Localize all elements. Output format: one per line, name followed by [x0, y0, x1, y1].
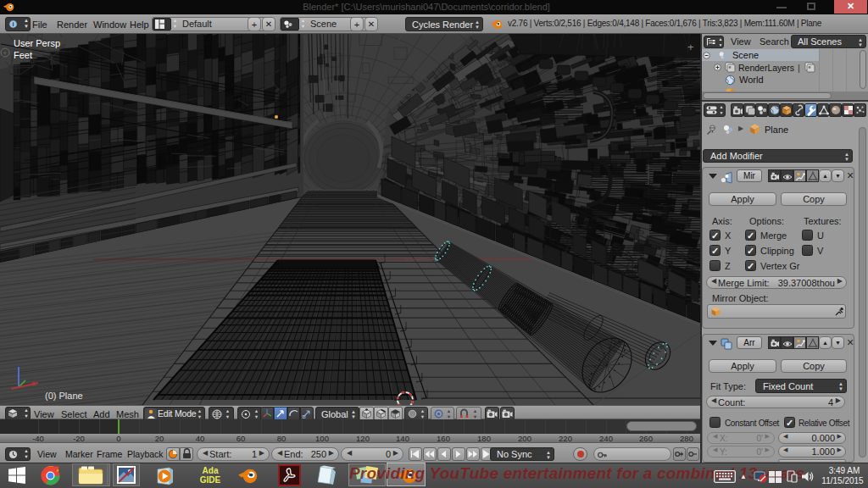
svg-text:Feet: Feet [14, 50, 32, 60]
svg-text:+: + [3, 49, 7, 58]
svg-text:i: i [12, 20, 14, 28]
svg-text:User Persp: User Persp [14, 38, 60, 48]
svg-text:+: + [687, 41, 694, 53]
svg-text:(0) Plane: (0) Plane [45, 391, 83, 401]
